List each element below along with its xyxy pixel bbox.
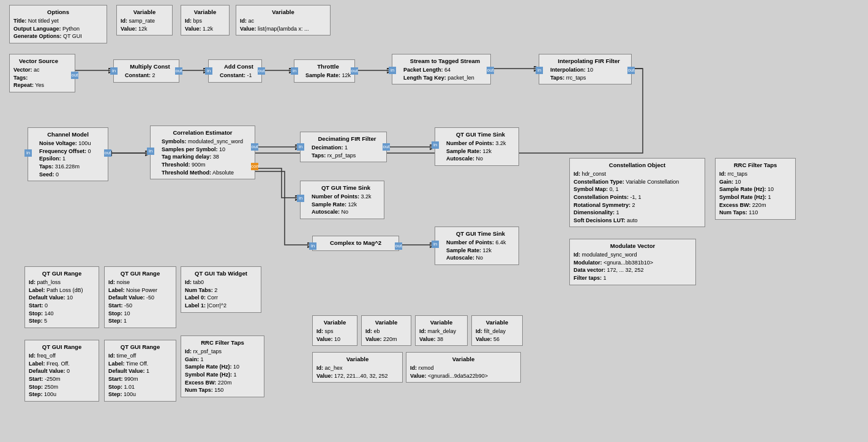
qt-gui-time-sink-1-block: in QT GUI Time Sink Number of Points: 3.… [435, 127, 519, 166]
qt-gui-range-freq-off-block: QT GUI Range Id: freq_off Label: Freq. O… [24, 340, 99, 402]
qt-gui-range-path-loss-block: QT GUI Range Id: path_loss Label: Path L… [24, 266, 99, 328]
interp-fir-out-port[interactable]: out [627, 67, 635, 74]
stream-tagged-out-port[interactable]: out [487, 67, 494, 74]
decimating-fir-out-port[interactable]: out [383, 143, 390, 151]
var-bps-block: Variable Id: bps Value: 1.2k [181, 5, 230, 36]
stream-tagged-block: in Stream to Tagged Stream Packet Length… [392, 54, 491, 84]
var-samp-rate-block: Variable Id: samp_rate Value: 12k [116, 5, 173, 36]
var-ac-block: Variable Id: ac Value: list(map(lambda x… [236, 5, 331, 36]
multiply-const-out-port[interactable]: out [175, 67, 182, 75]
rrc-filter-taps-2-block: RRC Filter Taps Id: rx_psf_taps Gain: 1 … [181, 335, 264, 397]
complex-mag-out-port[interactable]: out [395, 242, 402, 250]
throttle-in-port[interactable]: in [291, 67, 298, 75]
channel-model-out-port[interactable]: out [104, 149, 111, 157]
modulate-vector-block: Modulate Vector Id: modulated_sync_word … [569, 239, 696, 285]
qt-gui-tab-widget-block: QT GUI Tab Widget Id: tab0 Num Tabs: 2 L… [181, 266, 261, 313]
qt-gui-time-sink-3-block: in QT GUI Time Sink Number of Points: 6.… [435, 227, 519, 265]
qt-time-sink2-in-port[interactable]: in [297, 195, 304, 202]
interp-fir-block: in Interpolating FIR Filter Interpolatio… [539, 54, 632, 84]
var-rxmod-block: Variable Id: rxmod Value: <gnuradi...9da… [406, 352, 521, 383]
qt-time-sink3-in-port[interactable]: in [432, 241, 439, 248]
channel-model-in-port[interactable]: in [24, 149, 32, 157]
interp-fir-in-port[interactable]: in [536, 67, 543, 74]
rrc-filter-taps-1-block: RRC Filter Taps Id: rrc_taps Gain: 10 Sa… [715, 158, 796, 220]
multiply-const-block: in Multiply Const Constant: 2 out [113, 59, 179, 83]
options-title: Options [13, 8, 103, 16]
qt-gui-range-noise-block: QT GUI Range Id: noise Label: Noise Powe… [104, 266, 176, 328]
decimating-fir-in-port[interactable]: in [297, 143, 304, 151]
channel-model-block: in Channel Model Noise Voltage: 100u Fre… [28, 127, 108, 181]
corr-est-in-port[interactable]: in [147, 148, 154, 155]
complex-mag-in-port[interactable]: in [309, 242, 316, 250]
corr-est-corr-port[interactable]: corr [251, 163, 258, 170]
throttle-block: in Throttle Sample Rate: 12k out [294, 59, 355, 83]
complex-to-mag-block: in Complex to Mag^2 out [312, 236, 399, 251]
constellation-object-block: Constellation Object Id: hdr_const Const… [569, 158, 705, 227]
add-const-out-port[interactable]: out [258, 67, 265, 75]
add-const-block: in Add Const Constant: -1 out [208, 59, 262, 83]
var-mark-delay-block: Variable Id: mark_delay Value: 38 [415, 315, 468, 346]
qt-time-sink1-in-port[interactable]: in [432, 141, 439, 149]
qt-gui-time-sink-2-block: in QT GUI Time Sink Number of Points: 3.… [300, 181, 384, 219]
corr-est-out-port[interactable]: out [251, 143, 258, 151]
var-sps-block: Variable Id: sps Value: 10 [312, 315, 357, 346]
var-filt-delay-block: Variable Id: filt_delay Value: 56 [471, 315, 523, 346]
stream-tagged-in-port[interactable]: in [389, 67, 396, 74]
vector-source-block: Vector Source Vector: ac Tags: Repeat: Y… [9, 54, 75, 92]
qt-gui-range-time-off-block: QT GUI Range Id: time_off Label: Time Of… [104, 340, 176, 402]
var-ac-hex-block: Variable Id: ac_hex Value: 172, 221...40… [312, 352, 403, 383]
var-eb-block: Variable Id: eb Value: 220m [361, 315, 411, 346]
decimating-fir-block: in Decimating FIR Filter Decimation: 1 T… [300, 132, 387, 162]
throttle-out-port[interactable]: out [351, 67, 358, 75]
multiply-const-in-port[interactable]: in [110, 67, 118, 75]
options-block: Options Title: Not titled yet Output Lan… [9, 5, 107, 43]
add-const-in-port[interactable]: in [205, 67, 212, 75]
flowgraph-canvas: Options Title: Not titled yet Output Lan… [0, 0, 868, 442]
vector-source-out-port[interactable]: out [71, 72, 78, 79]
correlation-estimator-block: in Correlation Estimator Symbols: modula… [150, 125, 255, 179]
